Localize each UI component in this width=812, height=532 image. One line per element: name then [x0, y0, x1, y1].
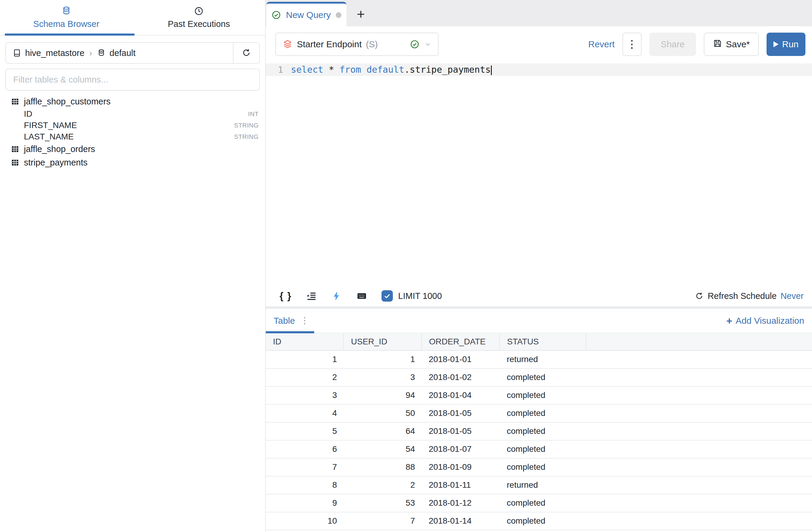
- query-editor-main: New Query + Starter Endpoint (S): [266, 0, 812, 532]
- sql-editor-app: Schema Browser Past Executions: [0, 0, 812, 532]
- table-row: 3 94 2018-01-04 completed: [266, 386, 812, 404]
- refresh-icon: [242, 48, 251, 58]
- column-header-status[interactable]: STATUS: [499, 333, 586, 350]
- breadcrumb-catalog[interactable]: hive_metastore: [25, 48, 84, 58]
- pane-divider[interactable]: [266, 306, 812, 309]
- column-header-filler: [586, 333, 812, 350]
- column-header-order-date[interactable]: ORDER_DATE: [422, 333, 499, 350]
- keyboard-shortcuts-icon[interactable]: [357, 291, 367, 301]
- query-tab-strip: New Query +: [266, 0, 812, 26]
- more-options-button[interactable]: [622, 33, 642, 56]
- table-row: 4 50 2018-01-05 completed: [266, 404, 812, 422]
- refresh-schedule: Refresh Schedule Never: [695, 291, 803, 301]
- schema-tree: jaffle_shop_customers ID INT FIRST_NAME …: [0, 91, 265, 169]
- refresh-schedule-value[interactable]: Never: [781, 291, 803, 301]
- table-name: jaffle_shop_orders: [24, 144, 95, 154]
- share-button[interactable]: Share: [649, 33, 696, 56]
- add-query-tab-button[interactable]: +: [347, 2, 375, 26]
- run-button[interactable]: Run: [767, 33, 806, 56]
- query-tab-new-query[interactable]: New Query: [266, 2, 347, 26]
- schema-table-row[interactable]: jaffle_shop_customers: [0, 95, 265, 108]
- tab-table-visualization[interactable]: Table: [274, 316, 305, 326]
- column-type: STRING: [234, 133, 259, 140]
- run-label: Run: [782, 39, 799, 50]
- endpoint-status-icon: [410, 40, 419, 49]
- endpoint-name: Starter Endpoint: [297, 39, 362, 50]
- save-icon: [713, 39, 722, 50]
- sidebar-tab-label: Past Executions: [168, 19, 230, 29]
- column-name: FIRST_NAME: [24, 121, 77, 130]
- table-row: 2 3 2018-01-02 completed: [266, 368, 812, 386]
- table-icon: [11, 97, 19, 106]
- sidebar-tab-label: Schema Browser: [33, 19, 99, 29]
- schema-table-row[interactable]: stripe_payments: [0, 156, 265, 169]
- save-label: Save*: [726, 39, 750, 50]
- table-row: 8 2 2018-01-11 returned: [266, 476, 812, 494]
- table-row: 1 1 2018-01-01 returned: [266, 350, 812, 368]
- table-row: 11 99 2018-01-14 completed: [266, 530, 812, 532]
- editor-footer: { }: [266, 285, 812, 306]
- catalog-icon: [13, 48, 21, 57]
- sql-line[interactable]: 1 select * from default.stripe_payments: [266, 64, 812, 76]
- kebab-icon: [631, 40, 633, 42]
- plus-icon: +: [726, 315, 733, 327]
- tab-past-executions[interactable]: Past Executions: [133, 0, 265, 35]
- play-icon: [773, 41, 779, 47]
- unsaved-dot-icon: [336, 12, 342, 18]
- clock-icon: [194, 6, 204, 16]
- breadcrumb-schema[interactable]: default: [110, 48, 135, 58]
- column-header-id[interactable]: ID: [266, 333, 344, 350]
- save-button[interactable]: Save*: [704, 33, 759, 56]
- revert-button[interactable]: Revert: [589, 39, 615, 50]
- table-icon: [11, 145, 19, 154]
- breadcrumb[interactable]: hive_metastore › default: [6, 43, 233, 63]
- endpoint-size: (S): [366, 39, 378, 50]
- column-type: STRING: [234, 122, 259, 129]
- viz-active-indicator: [266, 331, 314, 333]
- line-number: 1: [266, 65, 283, 75]
- column-name: ID: [24, 109, 32, 119]
- indent-icon[interactable]: [306, 291, 317, 301]
- table-row: 10 7 2018-01-14 completed: [266, 512, 812, 530]
- table-row: 9 53 2018-01-12 completed: [266, 494, 812, 512]
- results-pane: Table + Add Visualization ID USER_ID ORD…: [266, 309, 812, 532]
- endpoint-select[interactable]: Starter Endpoint (S): [275, 33, 439, 56]
- chevron-down-icon: [424, 40, 432, 48]
- add-visualization-button[interactable]: + Add Visualization: [726, 315, 804, 327]
- text-cursor: [491, 66, 492, 75]
- database-icon: [97, 48, 106, 57]
- results-header-row: ID USER_ID ORDER_DATE STATUS: [266, 333, 812, 350]
- results-table: ID USER_ID ORDER_DATE STATUS 1 1 2018-01…: [266, 333, 812, 532]
- sql-code: select * from default.stripe_payments: [291, 64, 492, 75]
- sql-editor[interactable]: 1 select * from default.stripe_payments: [266, 62, 812, 285]
- query-tab-label: New Query: [286, 10, 331, 20]
- filter-input[interactable]: [5, 69, 260, 91]
- column-header-user-id[interactable]: USER_ID: [344, 333, 422, 350]
- limit-group: LIMIT 1000: [381, 290, 442, 302]
- editor-toolbar: Starter Endpoint (S): [266, 26, 812, 62]
- schema-column-row[interactable]: LAST_NAME STRING: [0, 131, 265, 142]
- format-query-icon[interactable]: { }: [279, 290, 292, 302]
- column-name: LAST_NAME: [24, 132, 74, 141]
- limit-checkbox[interactable]: [381, 290, 393, 302]
- schema-breadcrumb-bar: hive_metastore › default: [5, 42, 260, 64]
- schema-column-row[interactable]: ID INT: [0, 108, 265, 120]
- breadcrumb-separator: ›: [89, 48, 92, 58]
- refresh-schema-button[interactable]: [233, 43, 259, 63]
- sidebar-tabs: Schema Browser Past Executions: [0, 0, 265, 36]
- visualization-tab-bar: Table + Add Visualization: [266, 309, 812, 333]
- table-icon: [11, 158, 19, 167]
- tab-schema-browser[interactable]: Schema Browser: [0, 0, 133, 35]
- check-circle-icon: [272, 10, 281, 20]
- table-row: 6 54 2018-01-07 completed: [266, 440, 812, 458]
- schema-table-row[interactable]: jaffle_shop_orders: [0, 142, 265, 156]
- database-icon: [61, 6, 71, 16]
- table-name: jaffle_shop_customers: [24, 97, 111, 107]
- active-tab-indicator: [5, 33, 134, 36]
- lightning-icon[interactable]: [331, 291, 342, 301]
- viz-kebab-icon[interactable]: [304, 317, 305, 324]
- schema-column-row[interactable]: FIRST_NAME STRING: [0, 120, 265, 131]
- table-row: 7 88 2018-01-09 completed: [266, 458, 812, 476]
- schema-sidebar: Schema Browser Past Executions: [0, 0, 266, 532]
- table-name: stripe_payments: [24, 158, 88, 168]
